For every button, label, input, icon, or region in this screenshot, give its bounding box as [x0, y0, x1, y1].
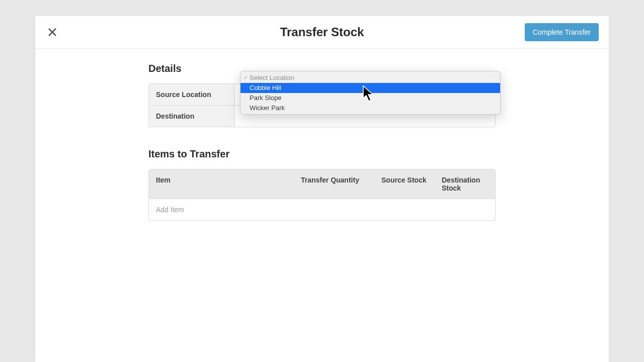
dropdown-option-wicker-park[interactable]: Wicker Park	[240, 103, 500, 115]
check-icon: ✓	[244, 74, 248, 81]
transfer-stock-modal: Transfer Stock Complete Transfer Details…	[35, 16, 609, 362]
items-table: Item Transfer Quantity Source Stock Dest…	[148, 169, 496, 221]
destination-label: Destination	[149, 106, 235, 127]
source-location-label: Source Location	[149, 84, 235, 105]
items-table-header: Item Transfer Quantity Source Stock Dest…	[149, 169, 495, 199]
column-transfer-quantity: Transfer Quantity	[294, 169, 374, 199]
dropdown-placeholder-text: Select Location	[250, 74, 294, 81]
items-section-title: Items to Transfer	[148, 148, 496, 160]
modal-header: Transfer Stock Complete Transfer	[35, 16, 609, 49]
add-item-input[interactable]: Add Item	[156, 206, 488, 214]
items-table-body[interactable]: Add Item	[149, 199, 495, 220]
column-item: Item	[149, 169, 294, 199]
modal-content: Details Source Location Destination ✓ Se…	[148, 49, 496, 221]
page-title: Transfer Stock	[280, 25, 364, 39]
dropdown-option-cobble-hill[interactable]: Cobble Hill	[240, 83, 500, 93]
location-dropdown[interactable]: ✓ Select Location Cobble Hill Park Slope…	[240, 71, 501, 115]
close-icon[interactable]	[45, 25, 59, 39]
column-source-stock: Source Stock	[374, 169, 435, 199]
dropdown-placeholder[interactable]: ✓ Select Location	[240, 71, 500, 83]
dropdown-option-park-slope[interactable]: Park Slope	[240, 93, 500, 103]
complete-transfer-button[interactable]: Complete Transfer	[525, 23, 599, 41]
column-destination-stock: Destination Stock	[435, 169, 495, 199]
